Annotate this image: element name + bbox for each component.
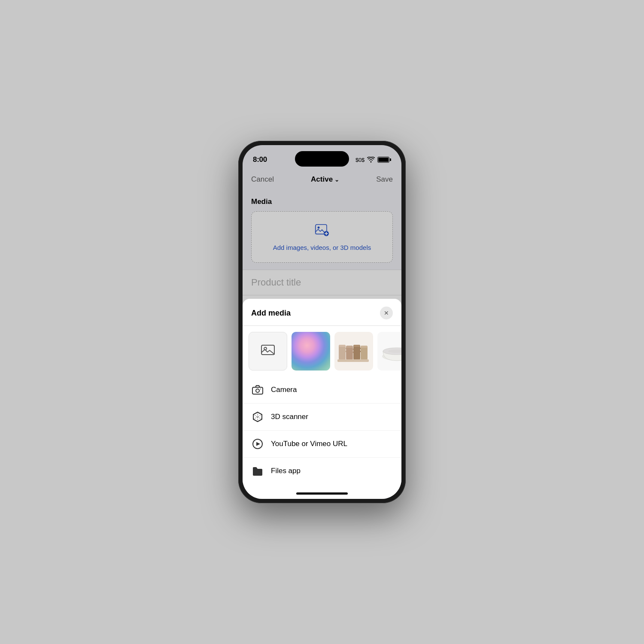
media-placeholder-thumb[interactable] <box>249 332 287 371</box>
bottom-sheet: Add media ✕ <box>243 299 401 499</box>
menu-options: Camera 3D scanner <box>243 377 401 484</box>
youtube-option[interactable]: YouTube or Vimeo URL <box>243 431 401 458</box>
media-picker-row <box>243 326 401 377</box>
files-icon <box>251 465 264 477</box>
files-label: Files app <box>271 467 301 475</box>
camera-icon <box>251 383 264 396</box>
close-icon: ✕ <box>384 310 389 316</box>
svg-rect-7 <box>339 345 345 347</box>
play-icon <box>251 437 264 450</box>
svg-point-20 <box>260 389 261 389</box>
scanner-label: 3D scanner <box>271 413 308 421</box>
files-option[interactable]: Files app <box>243 458 401 484</box>
phone-frame: 8:00 $0$ Cancel <box>238 141 406 503</box>
svg-rect-10 <box>353 345 360 360</box>
svg-rect-6 <box>339 345 346 360</box>
camera-option[interactable]: Camera <box>243 377 401 404</box>
bowl-media-thumb[interactable] <box>377 332 401 371</box>
camera-label: Camera <box>271 386 297 394</box>
svg-rect-9 <box>346 346 352 348</box>
bottom-sheet-close-button[interactable]: ✕ <box>380 307 393 319</box>
sphere-media-thumb[interactable] <box>292 332 330 371</box>
scanner-option[interactable]: 3D scanner <box>243 404 401 431</box>
bottom-sheet-title: Add media <box>251 309 291 318</box>
svg-point-19 <box>256 389 259 392</box>
phone-screen: 8:00 $0$ Cancel <box>243 145 401 499</box>
svg-rect-13 <box>361 346 367 348</box>
svg-rect-4 <box>261 345 274 355</box>
home-indicator <box>296 492 348 495</box>
svg-rect-11 <box>354 345 360 347</box>
svg-rect-14 <box>337 359 369 362</box>
youtube-label: YouTube or Vimeo URL <box>271 440 347 448</box>
cups-media-thumb[interactable] <box>334 332 373 371</box>
image-placeholder-icon <box>261 344 275 359</box>
scanner-icon <box>251 410 264 423</box>
bottom-sheet-header: Add media ✕ <box>243 299 401 326</box>
svg-rect-18 <box>252 387 263 394</box>
